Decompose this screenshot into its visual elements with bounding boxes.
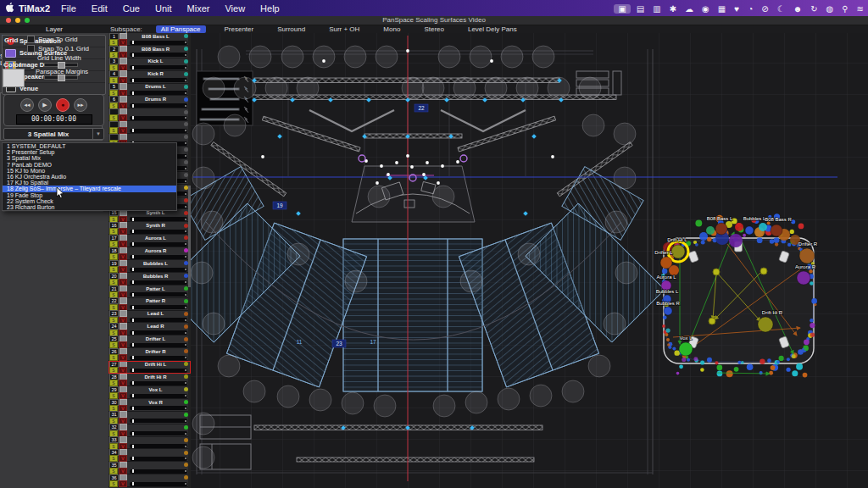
forward-button[interactable]: ▸▸ xyxy=(74,98,87,112)
display-icon[interactable]: ▤ xyxy=(632,4,648,14)
cue-item[interactable]: 23 Richard Burton xyxy=(3,204,176,210)
panspace-canvas[interactable]: 2219231117 Drift Hi LDrifter LAurora LBu… xyxy=(191,33,868,488)
channel-fader[interactable] xyxy=(130,65,187,69)
channel-fader[interactable] xyxy=(130,129,187,133)
channel-strip-17[interactable]: 17Aurora LSV xyxy=(108,235,191,247)
channel-fader[interactable] xyxy=(130,356,187,360)
channel-strip-15[interactable]: 15Synth LSV xyxy=(108,209,191,222)
record-icon[interactable]: ◉ xyxy=(698,4,714,14)
channel-strip-31[interactable]: 31SV xyxy=(108,412,191,424)
channel-fader[interactable] xyxy=(130,381,187,385)
cue-item[interactable]: 22 System Check xyxy=(3,198,176,204)
channel-solo-button[interactable]: S xyxy=(109,480,118,487)
channel-strip-20[interactable]: 20Bubbles RSV xyxy=(108,273,191,286)
channel-fader[interactable] xyxy=(130,305,187,309)
cue-item[interactable]: 19 Fade Stop xyxy=(3,192,176,198)
channel-fader[interactable] xyxy=(130,469,187,474)
tab-surround[interactable]: Surround xyxy=(272,25,310,33)
channel-strip-2[interactable]: 2B08 Bass RSV xyxy=(108,46,191,58)
sync-icon[interactable]: ↻ xyxy=(806,4,821,14)
menu-item-cue[interactable]: Cue xyxy=(115,3,147,14)
menu-app-name[interactable]: TiMax2 xyxy=(19,3,50,14)
panspace-margins-slider[interactable] xyxy=(44,75,78,80)
channel-fader[interactable] xyxy=(130,91,187,95)
grid-app-icon[interactable]: ▦ xyxy=(714,4,730,14)
channel-fader[interactable] xyxy=(130,406,187,410)
graph-node-vox-l[interactable]: Vox L xyxy=(679,336,693,356)
snap-to-grid-checkbox[interactable] xyxy=(27,36,35,43)
cloud-icon[interactable]: ☁ xyxy=(681,4,698,14)
cue-item[interactable]: 1 SYSTEM_DEFAULT xyxy=(3,143,176,149)
tab-level-dely-pans[interactable]: Level Dely Pans xyxy=(463,25,522,33)
channel-fader[interactable] xyxy=(130,78,187,82)
channel-strip-5[interactable]: 5Drums LSV xyxy=(108,84,191,97)
tab-all-panspace[interactable]: All Panspace xyxy=(156,25,206,33)
channel-strip-4[interactable]: 4Kick RSV xyxy=(108,71,191,84)
channel-strip-19[interactable]: 19Bubbles LSV xyxy=(108,260,191,273)
channel-fader[interactable] xyxy=(130,103,187,108)
channel-fader[interactable] xyxy=(130,242,187,247)
channel-strip-30[interactable]: 30Vox RSV xyxy=(108,399,191,412)
channel-fader[interactable] xyxy=(130,41,187,45)
play-button[interactable]: ▶ xyxy=(38,98,52,112)
channel-solo-button[interactable]: S xyxy=(109,367,118,374)
channel-fader[interactable] xyxy=(130,230,187,234)
channel-strip-33[interactable]: 33SV xyxy=(108,437,191,450)
channel-v-button[interactable]: V xyxy=(119,480,127,487)
do-not-disturb-icon[interactable]: ⊘ xyxy=(757,4,772,14)
menu-item-unit[interactable]: Unit xyxy=(147,3,180,14)
grid-line-width-slider[interactable] xyxy=(44,63,78,67)
channel-v-button[interactable]: V xyxy=(119,367,127,374)
channel-strip-24[interactable]: 24Lead RSV xyxy=(108,323,191,336)
app-status-icon[interactable]: ✱ xyxy=(665,4,681,14)
menu-item-file[interactable]: File xyxy=(53,3,84,14)
channel-strip-28[interactable]: 28Drift Hi RSV xyxy=(108,374,191,386)
channel-strip-hidden[interactable]: SV xyxy=(108,121,191,134)
panspace-node-graph[interactable]: Drift Hi LDrifter LAurora LBubbles LBubb… xyxy=(654,214,818,377)
channel-fader[interactable] xyxy=(130,431,187,435)
channel-strip-16[interactable]: 16Synth RSV xyxy=(108,222,191,235)
apple-logo-icon[interactable] xyxy=(0,2,19,14)
tab-stereo[interactable]: Stereo xyxy=(419,25,449,33)
clock-icon[interactable]: ◔ xyxy=(743,4,757,14)
channel-fader[interactable] xyxy=(130,292,187,297)
control-center-icon[interactable]: ≋ xyxy=(853,4,868,14)
channel-strip-23[interactable]: 23Lead LSV xyxy=(108,311,191,324)
cue-item[interactable]: 7 PanLab DEMO xyxy=(3,162,176,168)
tab-surr-oh[interactable]: Surr + OH xyxy=(324,25,364,33)
user-icon[interactable]: ☻ xyxy=(789,4,807,14)
channel-strip-34[interactable]: 34SV xyxy=(108,449,191,462)
health-icon[interactable]: ♥ xyxy=(730,4,743,14)
menu-item-view[interactable]: View xyxy=(217,3,253,14)
channel-fader[interactable] xyxy=(130,369,187,373)
channel-strip-29[interactable]: 29Vox LSV xyxy=(108,386,191,399)
channel-strip-26[interactable]: 26Drifter RSV xyxy=(108,348,191,361)
channel-strip-35[interactable]: 35SV xyxy=(108,462,191,474)
disc-icon[interactable]: ◍ xyxy=(822,4,838,14)
channel-fader[interactable] xyxy=(130,268,187,272)
channel-fader[interactable] xyxy=(130,53,187,57)
channel-fader[interactable] xyxy=(130,444,187,448)
channel-fader[interactable] xyxy=(130,330,187,335)
cue-item[interactable]: 3 Spatial Mix xyxy=(3,155,176,161)
channel-fader[interactable] xyxy=(130,394,187,398)
channel-strip-32[interactable]: 32SV xyxy=(108,424,191,437)
channel-fader[interactable] xyxy=(130,217,187,221)
channel-strip-hidden[interactable]: SV xyxy=(108,108,191,121)
channel-strip-25[interactable]: 25Drifter LSV xyxy=(108,336,191,348)
channel-strip-27[interactable]: 27Drift Hi LSV xyxy=(108,361,191,374)
menu-item-edit[interactable]: Edit xyxy=(84,3,115,14)
channel-strip-18[interactable]: 18Aurora RSV xyxy=(108,247,191,260)
cue-item[interactable]: 2 Presenter Setup xyxy=(3,149,176,155)
snap-01-grid-checkbox[interactable] xyxy=(27,45,35,53)
tab-mono[interactable]: Mono xyxy=(378,25,405,33)
channel-fader[interactable] xyxy=(130,343,187,347)
tab-presenter[interactable]: Presenter xyxy=(220,25,259,33)
channel-fader[interactable] xyxy=(130,457,187,461)
channel-strip-21[interactable]: 21Patter LSV xyxy=(108,286,191,298)
channel-strip-1[interactable]: 1B08 Bass LSV xyxy=(108,33,191,46)
notes-icon[interactable]: ▥ xyxy=(648,4,665,14)
channel-fader[interactable] xyxy=(130,116,187,120)
rewind-button[interactable]: ◂◂ xyxy=(20,98,34,112)
filter-dropdown-icon[interactable]: ▼ xyxy=(92,129,103,139)
